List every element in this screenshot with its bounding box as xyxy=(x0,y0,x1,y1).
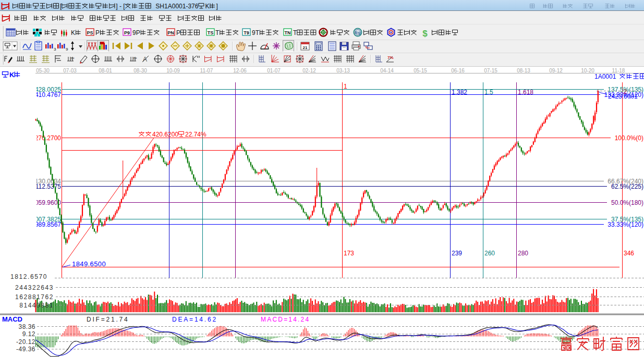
svg-text:9.12: 9.12 xyxy=(22,330,35,338)
svg-text:01-07: 01-07 xyxy=(267,68,281,73)
svg-text:SH1A0001-376: SH1A0001-376 xyxy=(152,3,199,10)
svg-text:P: P xyxy=(95,29,100,36)
svg-text:10-09: 10-09 xyxy=(166,68,180,73)
svg-text:7%: 7% xyxy=(387,55,394,60)
svg-text:-20.12: -20.12 xyxy=(16,338,35,346)
svg-text:346: 346 xyxy=(624,250,634,257)
svg-text:260: 260 xyxy=(484,250,495,257)
svg-text:420.6200: 420.6200 xyxy=(152,131,178,138)
svg-text:81440881: 81440881 xyxy=(19,302,54,309)
svg-text:162881762: 162881762 xyxy=(15,293,54,301)
svg-text:9T: 9T xyxy=(252,29,260,36)
svg-text:1A0001: 1A0001 xyxy=(594,73,619,80)
svg-text:07-03: 07-03 xyxy=(63,68,77,73)
svg-text:2423.6001: 2423.6001 xyxy=(608,93,638,100)
svg-text:P: P xyxy=(176,29,180,36)
svg-text:06-16: 06-16 xyxy=(451,68,465,73)
svg-text:MACD=14.24: MACD=14.24 xyxy=(261,316,310,323)
svg-text:K: K xyxy=(205,3,209,10)
svg-text:08-30: 08-30 xyxy=(133,68,147,73)
svg-text:05-15: 05-15 xyxy=(414,68,427,73)
svg-text:9P: 9P xyxy=(132,29,140,36)
svg-text:10-20: 10-20 xyxy=(581,68,594,73)
svg-text:PN: PN xyxy=(167,30,174,35)
svg-text:100.0%(0): 100.0%(0) xyxy=(615,134,643,142)
svg-text:$: $ xyxy=(422,29,428,39)
svg-text:11-07: 11-07 xyxy=(200,68,213,73)
svg-text:04-14: 04-14 xyxy=(380,68,394,73)
svg-text:33.33%(120): 33.33%(120) xyxy=(607,221,643,228)
svg-text:02-12: 02-12 xyxy=(302,68,316,73)
svg-text:TS: TS xyxy=(208,30,214,35)
svg-text:]: ] xyxy=(216,3,217,10)
svg-text:K: K xyxy=(71,29,75,36)
svg-text:T: T xyxy=(215,29,220,36)
svg-text:280: 280 xyxy=(518,250,528,257)
svg-text:] - [: ] - [ xyxy=(116,3,125,10)
svg-text:21: 21 xyxy=(303,45,308,50)
svg-text:62.5%(225): 62.5%(225) xyxy=(611,183,643,190)
svg-text:T: T xyxy=(293,29,297,36)
svg-text:PS: PS xyxy=(87,30,93,35)
svg-text:-49.36: -49.36 xyxy=(16,346,35,353)
svg-text:DEA=14.62: DEA=14.62 xyxy=(172,316,217,323)
svg-text:22.74%: 22.74% xyxy=(185,131,206,138)
svg-text:K: K xyxy=(9,71,15,79)
svg-text:TN: TN xyxy=(285,30,291,35)
svg-text:03-13: 03-13 xyxy=(336,68,350,73)
svg-text:08-13: 08-13 xyxy=(517,68,530,73)
svg-text:38.36: 38.36 xyxy=(18,323,35,330)
svg-text:07-15: 07-15 xyxy=(484,68,497,73)
svg-text:MACD: MACD xyxy=(2,315,22,323)
svg-text:DIF=21.74: DIF=21.74 xyxy=(87,316,129,323)
svg-text:1: 1 xyxy=(344,83,347,90)
svg-text:1812.6570: 1812.6570 xyxy=(10,273,47,280)
svg-text:50.0%(180): 50.0%(180) xyxy=(611,199,643,206)
svg-text:12-06: 12-06 xyxy=(233,68,247,73)
svg-text:T9: T9 xyxy=(244,30,249,35)
svg-text:n²: n² xyxy=(133,56,137,60)
svg-text:P9: P9 xyxy=(124,30,130,35)
svg-text:Big: Big xyxy=(355,31,360,35)
svg-text:9: 9 xyxy=(66,47,68,52)
svg-text:3: 3 xyxy=(54,47,56,52)
svg-text:08-01: 08-01 xyxy=(99,68,112,73)
svg-text:239: 239 xyxy=(452,250,462,257)
svg-text:n²: n² xyxy=(71,56,75,60)
svg-text:1849.6500: 1849.6500 xyxy=(72,260,106,268)
svg-text:05-30: 05-30 xyxy=(36,68,50,73)
svg-text:173: 173 xyxy=(344,250,354,257)
svg-text:244322643: 244322643 xyxy=(15,284,54,291)
svg-text:09-12: 09-12 xyxy=(549,68,563,73)
